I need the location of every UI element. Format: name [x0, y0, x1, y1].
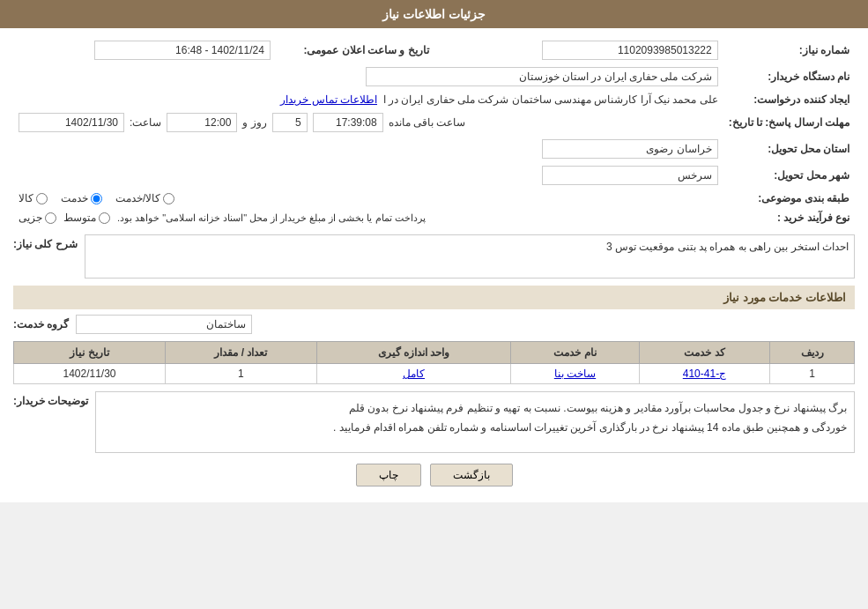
- response-deadline-value-cell: 1402/11/30 ساعت: 12:00 روز و 5 17:39:08 …: [13, 109, 723, 136]
- buyer-org-row: نام دستگاه خریدار: شرکت ملی حفاری ایران …: [13, 63, 855, 90]
- table-row: 1 ج-41-410 ساخت بنا کامل 1 1402/11/30: [14, 364, 855, 384]
- creator-value: علی محمد نیک آرا کارشناس مهندسی ساختمان …: [383, 93, 718, 106]
- col-service-name: نام خدمت: [511, 342, 640, 364]
- response-date: 1402/11/30: [19, 113, 124, 132]
- category-label-1: کالا: [19, 192, 33, 204]
- remaining-time: 17:39:08: [313, 113, 383, 132]
- delivery-province-row: استان محل تحویل: خراسان رضوی: [13, 136, 855, 162]
- category-radio-1[interactable]: [36, 193, 48, 204]
- need-number-value: 1102093985013222: [542, 41, 718, 60]
- delivery-city-value-cell: سرخس: [13, 162, 723, 189]
- cell-quantity: 1: [166, 364, 317, 384]
- category-radio-3[interactable]: [163, 193, 174, 204]
- process-type-row: نوع فرآیند خرید : جزیی متوسط پرداخت تمام…: [13, 208, 855, 227]
- need-description-value: احداث استخر بین راهی به همراه پد بتنی مو…: [85, 234, 855, 279]
- need-description-container: احداث استخر بین راهی به همراه پد بتنی مو…: [85, 234, 855, 279]
- announcement-value-cell: 1402/11/24 - 16:48: [13, 37, 276, 63]
- services-table-header-row: ردیف کد خدمت نام خدمت واحد اندازه گیری ت…: [14, 342, 855, 364]
- days-label: روز و: [242, 116, 266, 129]
- main-info-table: شماره نیاز: 1102093985013222 تاریخ و ساع…: [13, 37, 855, 227]
- proc-label-2: متوسط: [63, 212, 96, 224]
- print-button[interactable]: چاپ: [356, 464, 421, 486]
- service-group-label: گروه خدمت:: [13, 318, 69, 330]
- col-quantity: تعداد / مقدار: [166, 342, 317, 364]
- page-container: جزئیات اطلاعات نیاز شماره نیاز: 11020939…: [0, 0, 868, 502]
- category-row: طبقه بندی موضوعی: کالا خدمت کالا/خدمت: [13, 189, 855, 208]
- proc-radio-1[interactable]: [45, 212, 56, 224]
- category-value-cell: کالا خدمت کالا/خدمت: [13, 189, 723, 208]
- creator-value-cell: علی محمد نیک آرا کارشناس مهندسی ساختمان …: [13, 90, 723, 109]
- page-title: جزئیات اطلاعات نیاز: [382, 7, 486, 21]
- col-date: تاریخ نیاز: [14, 342, 166, 364]
- remaining-label: ساعت باقی مانده: [389, 116, 466, 129]
- announcement-label: تاریخ و ساعت اعلان عمومی:: [276, 37, 434, 63]
- delivery-province-label: استان محل تحویل:: [723, 136, 855, 162]
- buyer-org-value-cell: شرکت ملی حفاری ایران در استان خوزستان: [13, 63, 723, 90]
- cell-service-code: ج-41-410: [639, 364, 769, 384]
- need-number-value-cell: 1102093985013222: [461, 37, 723, 63]
- buyer-notes-box: برگ پیشنهاد نرخ و جدول محاسبات برآورد مق…: [95, 391, 855, 453]
- proc-option-1: جزیی: [19, 212, 56, 224]
- col-service-code: کد خدمت: [639, 342, 769, 364]
- process-type-value-cell: جزیی متوسط پرداخت تمام یا بخشی از مبلغ خ…: [13, 208, 723, 227]
- buyer-notes-container: برگ پیشنهاد نرخ و جدول محاسبات برآورد مق…: [95, 391, 855, 453]
- services-table-header: ردیف کد خدمت نام خدمت واحد اندازه گیری ت…: [14, 342, 855, 364]
- service-group-value: ساختمان: [76, 315, 252, 334]
- category-option-1: کالا: [19, 192, 48, 204]
- category-label-3: کالا/خدمت: [115, 192, 160, 204]
- buyer-org-value: شرکت ملی حفاری ایران در استان خوزستان: [366, 67, 718, 86]
- delivery-city-value: سرخس: [542, 166, 718, 185]
- services-table: ردیف کد خدمت نام خدمت واحد اندازه گیری ت…: [13, 341, 855, 384]
- need-description-section: شرح کلی نیاز: احداث استخر بین راهی به هم…: [13, 234, 855, 279]
- days-value: 5: [272, 113, 308, 132]
- cell-service-name: ساخت بنا: [511, 364, 640, 384]
- services-table-body: 1 ج-41-410 ساخت بنا کامل 1 1402/11/30: [14, 364, 855, 384]
- process-type-label: نوع فرآیند خرید :: [723, 208, 855, 227]
- category-label: طبقه بندی موضوعی:: [723, 189, 855, 208]
- creator-link[interactable]: اطلاعات تماس خریدار: [280, 93, 377, 106]
- delivery-province-value: خراسان رضوی: [542, 139, 718, 159]
- announcement-value: 1402/11/24 - 16:48: [94, 41, 271, 60]
- delivery-city-row: شهر محل تحویل: سرخس: [13, 162, 855, 189]
- category-option-3: کالا/خدمت: [115, 192, 174, 204]
- response-deadline-row: مهلت ارسال پاسخ: تا تاریخ: 1402/11/30 سا…: [13, 109, 855, 136]
- category-radio-group: کالا خدمت کالا/خدمت: [19, 192, 718, 204]
- response-deadline-label: مهلت ارسال پاسخ: تا تاریخ:: [723, 109, 855, 136]
- col-row-num: ردیف: [770, 342, 855, 364]
- process-note: پرداخت تمام یا بخشی از مبلغ خریدار از مح…: [117, 212, 426, 224]
- proc-option-2: متوسط: [63, 212, 110, 224]
- service-group-row: گروه خدمت: ساختمان: [13, 315, 855, 334]
- category-option-2: خدمت: [61, 192, 102, 204]
- back-button[interactable]: بازگشت: [430, 464, 513, 486]
- category-radio-2[interactable]: [91, 193, 102, 204]
- proc-type-row: جزیی متوسط پرداخت تمام یا بخشی از مبلغ خ…: [19, 212, 718, 224]
- proc-label-1: جزیی: [19, 212, 42, 224]
- buyer-notes-label: توضیحات خریدار:: [13, 391, 88, 407]
- content-area: شماره نیاز: 1102093985013222 تاریخ و ساع…: [0, 28, 868, 502]
- buyer-org-label: نام دستگاه خریدار:: [723, 63, 855, 90]
- proc-radio-2[interactable]: [99, 212, 110, 224]
- category-label-2: خدمت: [61, 192, 88, 204]
- page-header: جزئیات اطلاعات نیاز: [0, 0, 868, 28]
- creator-label: ایجاد کننده درخواست:: [723, 90, 855, 109]
- services-section-header: اطلاعات خدمات مورد نیاز: [13, 286, 855, 309]
- response-time-label: ساعت:: [130, 116, 161, 129]
- creator-row: ایجاد کننده درخواست: علی محمد نیک آرا کا…: [13, 90, 855, 109]
- col-unit: واحد اندازه گیری: [316, 342, 510, 364]
- buyer-notes-line1: برگ پیشنهاد نرخ و جدول محاسبات برآورد مق…: [103, 399, 847, 419]
- need-number-label: شماره نیاز:: [723, 37, 855, 63]
- delivery-city-label: شهر محل تحویل:: [723, 162, 855, 189]
- buyer-notes-section: توضیحات خریدار: برگ پیشنهاد نرخ و جدول م…: [13, 391, 855, 453]
- cell-row-num: 1: [770, 364, 855, 384]
- buyer-notes-line2: خوردگی و همچنین طبق ماده 14 پیشنهاد نرخ …: [103, 419, 847, 438]
- delivery-province-value-cell: خراسان رضوی: [13, 136, 723, 162]
- response-time: 12:00: [167, 113, 237, 132]
- button-row: چاپ بازگشت: [13, 464, 855, 486]
- need-number-row: شماره نیاز: 1102093985013222 تاریخ و ساع…: [13, 37, 855, 63]
- cell-unit: کامل: [316, 364, 510, 384]
- need-description-label: شرح کلی نیاز:: [13, 234, 78, 250]
- date-row: 1402/11/30 ساعت: 12:00 روز و 5 17:39:08 …: [19, 113, 718, 132]
- cell-date: 1402/11/30: [14, 364, 166, 384]
